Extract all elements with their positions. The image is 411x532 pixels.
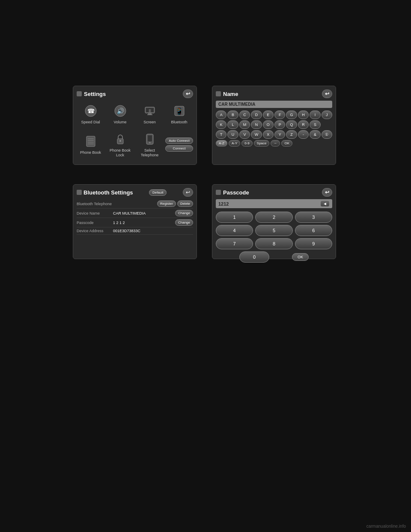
key-ampersand[interactable]: & bbox=[310, 130, 320, 139]
passcode-panel: Passcode ↩ 1212 ◄ 1 2 3 4 5 6 7 8 9 0 OK bbox=[212, 184, 336, 259]
key-S[interactable]: S bbox=[310, 120, 320, 129]
bt-title-icon bbox=[77, 190, 82, 195]
num-btn-7[interactable]: 7 bbox=[216, 238, 253, 249]
num-btn-2[interactable]: 2 bbox=[255, 212, 292, 223]
passcode-current-value: 1212 bbox=[218, 201, 319, 206]
bt-row-device-name: Device Name CAR MULTIMEDIA Change bbox=[77, 209, 193, 218]
bluetooth-settings-panel: Bluetooth Settings Default ↩ Bluetooth T… bbox=[73, 184, 197, 259]
bt-value-device-address: 001E3D73833C bbox=[113, 229, 193, 233]
settings-item-screen[interactable]: ||| Screen bbox=[136, 101, 164, 127]
key-dash[interactable]: - bbox=[298, 130, 309, 139]
screen-icon: ||| bbox=[142, 103, 158, 119]
ctrl-ok-button[interactable]: OK bbox=[281, 140, 292, 146]
key-D[interactable]: D bbox=[251, 111, 262, 119]
bt-value-passcode: 1 2 1 2 bbox=[113, 221, 175, 225]
num-btn-3[interactable]: 3 bbox=[295, 212, 332, 223]
settings-item-bluetooth[interactable]: 📱 Bluetooth bbox=[165, 101, 193, 127]
key-X[interactable]: X bbox=[263, 130, 274, 139]
settings-item-speed-dial[interactable]: ☎ Speed Dial bbox=[77, 101, 104, 127]
bt-row-telephone: Bluetooth Telephone Register Delete bbox=[77, 199, 193, 209]
name-title-icon bbox=[216, 91, 221, 96]
key-J[interactable]: J bbox=[322, 111, 332, 119]
key-Y[interactable]: Y bbox=[274, 130, 285, 139]
name-back-button[interactable]: ↩ bbox=[322, 90, 332, 98]
bt-back-button[interactable]: ↩ bbox=[183, 188, 193, 197]
keyboard-controls: A-Z A-Y 0-9 Space ← OK bbox=[216, 140, 332, 146]
settings-item-select-telephone[interactable]: Select Telephone bbox=[136, 129, 164, 160]
settings-row2: Phone Book Phone Book Lock bbox=[77, 129, 193, 160]
bt-action-device-name: Change bbox=[175, 210, 193, 216]
svg-text:|||: ||| bbox=[149, 109, 151, 112]
settings-item-phone-book[interactable]: Phone Book bbox=[77, 129, 104, 160]
change-name-button[interactable]: Change bbox=[175, 210, 193, 216]
settings-title-icon bbox=[77, 91, 82, 96]
change-passcode-button[interactable]: Change bbox=[175, 219, 193, 226]
key-F[interactable]: F bbox=[274, 111, 285, 119]
name-title-text: Name bbox=[223, 91, 238, 97]
key-Q[interactable]: Q bbox=[286, 120, 297, 129]
key-I[interactable]: I bbox=[310, 111, 320, 119]
passcode-ok-button[interactable]: OK bbox=[292, 253, 309, 261]
bt-action-passcode: Change bbox=[175, 219, 193, 226]
key-V[interactable]: V bbox=[239, 130, 250, 139]
key-H[interactable]: H bbox=[298, 111, 309, 119]
key-T[interactable]: T bbox=[216, 130, 226, 139]
svg-rect-11 bbox=[86, 136, 95, 146]
bt-default-button[interactable]: Default bbox=[149, 189, 167, 196]
key-R[interactable]: R bbox=[298, 120, 309, 129]
key-A[interactable]: A bbox=[216, 111, 226, 119]
key-Z[interactable]: Z bbox=[286, 130, 297, 139]
key-P[interactable]: P bbox=[274, 120, 285, 129]
settings-item-phone-book-lock[interactable]: Phone Book Lock bbox=[106, 129, 134, 160]
num-btn-6[interactable]: 6 bbox=[295, 225, 332, 236]
key-W[interactable]: W bbox=[251, 130, 262, 139]
phone-book-icon bbox=[83, 134, 98, 149]
ctrl-09-button[interactable]: 0-9 bbox=[241, 140, 253, 146]
svg-text:☎: ☎ bbox=[87, 108, 94, 114]
name-input-bar[interactable]: CAR MULTIMEDIA bbox=[216, 101, 332, 108]
delete-button[interactable]: Delete bbox=[177, 200, 193, 207]
svg-text:🔊: 🔊 bbox=[116, 108, 124, 115]
speed-dial-label: Speed Dial bbox=[81, 120, 100, 125]
passcode-backspace-button[interactable]: ◄ bbox=[320, 200, 330, 207]
key-circle-1[interactable]: ① bbox=[322, 130, 332, 139]
bt-row-passcode: Passcode 1 2 1 2 Change bbox=[77, 218, 193, 227]
auto-connect-button[interactable]: Auto Connect bbox=[165, 137, 193, 144]
key-empty bbox=[322, 120, 332, 129]
keyboard-row3: T U V W X Y Z - & ① bbox=[216, 130, 332, 139]
key-L[interactable]: L bbox=[227, 120, 238, 129]
bt-row-device-address: Device Address 001E3D73833C bbox=[77, 227, 193, 235]
num-btn-9[interactable]: 9 bbox=[295, 238, 332, 249]
ctrl-az-button[interactable]: A-Z bbox=[216, 140, 227, 146]
connect-button[interactable]: Connect bbox=[165, 145, 193, 152]
passcode-back-button[interactable]: ↩ bbox=[322, 188, 332, 197]
ctrl-ay-button[interactable]: A-Y bbox=[229, 140, 240, 146]
num-btn-1[interactable]: 1 bbox=[216, 212, 253, 223]
volume-label: Volume bbox=[113, 120, 126, 125]
key-M[interactable]: M bbox=[239, 120, 250, 129]
select-telephone-icon bbox=[142, 132, 158, 147]
key-E[interactable]: E bbox=[263, 111, 274, 119]
key-B[interactable]: B bbox=[227, 111, 238, 119]
volume-icon: 🔊 bbox=[113, 103, 128, 119]
num-btn-8[interactable]: 8 bbox=[255, 238, 292, 249]
key-O[interactable]: O bbox=[263, 120, 274, 129]
num-btn-5[interactable]: 5 bbox=[255, 225, 292, 236]
num-btn-4[interactable]: 4 bbox=[216, 225, 253, 236]
key-N[interactable]: N bbox=[251, 120, 262, 129]
num-btn-0[interactable]: 0 bbox=[239, 251, 269, 263]
ctrl-back-button[interactable]: ← bbox=[271, 140, 280, 146]
register-button[interactable]: Register bbox=[157, 200, 176, 207]
ctrl-space-button[interactable]: Space bbox=[254, 140, 270, 146]
key-C[interactable]: C bbox=[239, 111, 250, 119]
settings-item-volume[interactable]: 🔊 Volume bbox=[106, 101, 134, 127]
key-U[interactable]: U bbox=[227, 130, 238, 139]
key-G[interactable]: G bbox=[286, 111, 297, 119]
name-title: Name ↩ bbox=[216, 90, 332, 98]
key-K[interactable]: K bbox=[216, 120, 226, 129]
bt-label-device-name: Device Name bbox=[77, 211, 113, 215]
passcode-input-row: 1212 ◄ bbox=[216, 199, 332, 208]
speed-dial-icon: ☎ bbox=[83, 103, 98, 119]
bt-title-text: Bluetooth Settings bbox=[83, 189, 133, 196]
settings-back-button[interactable]: ↩ bbox=[183, 90, 193, 98]
